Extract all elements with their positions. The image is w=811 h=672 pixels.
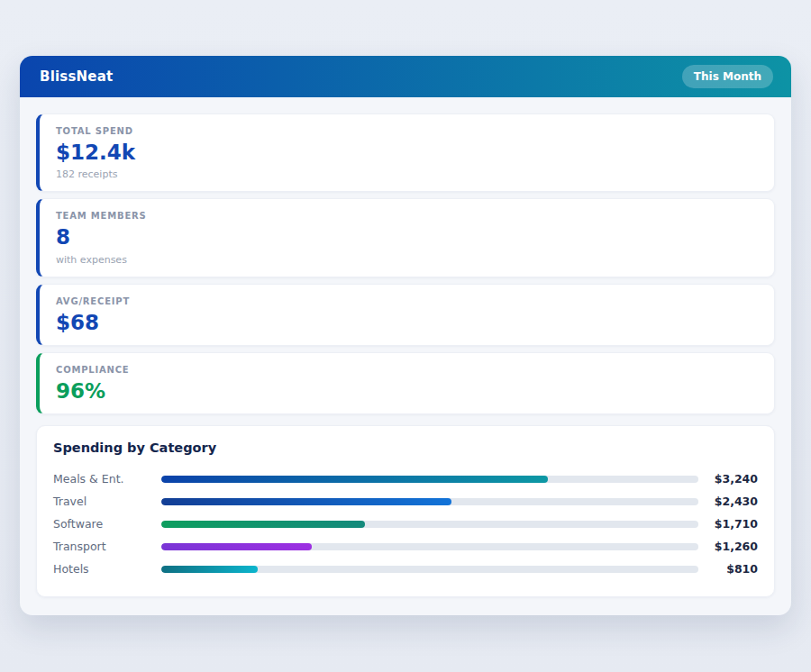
chart-row-travel: Travel $2,430: [53, 490, 758, 513]
app-header: BlissNeat This Month: [20, 56, 791, 97]
stat-label: AVG/RECEIPT: [56, 296, 758, 306]
stat-value: $12.4k: [56, 141, 758, 164]
period-badge[interactable]: This Month: [682, 65, 773, 88]
dashboard-body: TOTAL SPEND $12.4k 182 receipts TEAM MEM…: [20, 97, 791, 615]
spending-by-category-chart: Spending by Category Meals & Ent. $3,240…: [36, 425, 775, 597]
stat-label: TOTAL SPEND: [56, 126, 758, 136]
stat-subtext: 182 receipts: [56, 168, 758, 180]
stat-card-avg-receipt: AVG/RECEIPT $68: [36, 284, 775, 346]
bar-track: [161, 498, 698, 505]
stat-label: TEAM MEMBERS: [56, 211, 758, 221]
stat-card-compliance: COMPLIANCE 96%: [36, 352, 775, 414]
bar-fill: [161, 498, 451, 505]
chart-row-hotels: Hotels $810: [53, 558, 758, 580]
category-value: $810: [698, 562, 758, 576]
chart-title: Spending by Category: [53, 440, 758, 455]
dashboard-card: BlissNeat This Month TOTAL SPEND $12.4k …: [20, 56, 791, 615]
stat-card-total-spend: TOTAL SPEND $12.4k 182 receipts: [36, 114, 775, 192]
bar-track: [161, 543, 698, 550]
chart-row-meals: Meals & Ent. $3,240: [53, 468, 758, 490]
bar-fill: [161, 476, 548, 483]
stat-value: $68: [56, 312, 758, 334]
category-label: Hotels: [53, 562, 161, 576]
category-label: Travel: [53, 495, 161, 508]
category-label: Transport: [53, 540, 161, 553]
category-label: Meals & Ent.: [53, 472, 161, 486]
chart-row-transport: Transport $1,260: [53, 535, 758, 558]
category-label: Software: [53, 517, 161, 531]
stat-label: COMPLIANCE: [56, 365, 758, 375]
bar-fill: [161, 566, 258, 573]
bar-fill: [161, 543, 312, 550]
bar-track: [161, 476, 698, 483]
category-value: $2,430: [698, 495, 758, 508]
bar-track: [161, 566, 698, 573]
chart-row-software: Software $1,710: [53, 513, 758, 535]
stat-value: 96%: [56, 380, 758, 403]
bar-fill: [161, 521, 365, 528]
app-title: BlissNeat: [40, 68, 113, 85]
stat-card-team-members: TEAM MEMBERS 8 with expenses: [36, 198, 775, 277]
stat-value: 8: [56, 226, 758, 249]
bar-track: [161, 521, 698, 528]
category-value: $1,260: [698, 540, 758, 553]
stat-subtext: with expenses: [56, 254, 758, 266]
category-value: $3,240: [698, 472, 758, 486]
category-value: $1,710: [698, 517, 758, 531]
